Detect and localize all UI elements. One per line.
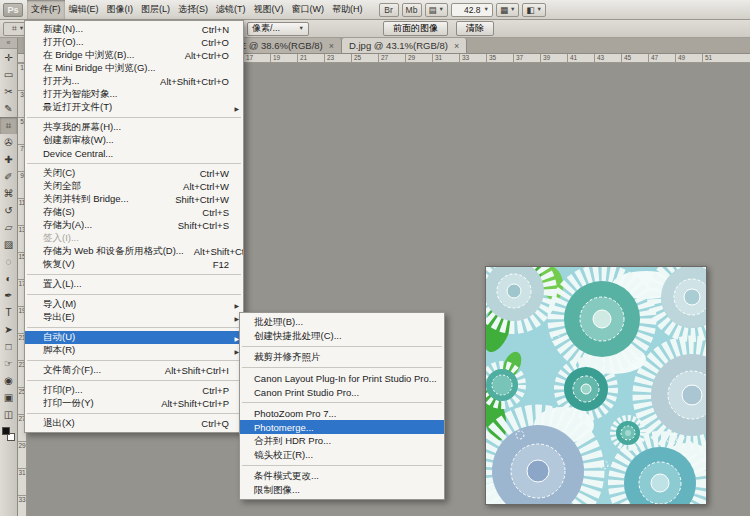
close-icon[interactable]: × bbox=[452, 41, 459, 51]
menu-item[interactable]: 置入(L)... bbox=[25, 278, 243, 291]
menu-item[interactable]: 打开为智能对象... bbox=[25, 88, 243, 101]
menu-item[interactable] bbox=[27, 117, 241, 118]
menu-item[interactable]: 打印(P)... Ctrl+P bbox=[25, 384, 243, 397]
menu-item[interactable]: 自动(U) bbox=[25, 331, 243, 344]
tool-button[interactable]: ◐ bbox=[0, 270, 17, 287]
menu-item[interactable]: 共享我的屏幕(H)... bbox=[25, 121, 243, 134]
menu-item[interactable]: 打开为... Alt+Shift+Ctrl+O bbox=[25, 75, 243, 88]
zoom-level-input[interactable]: 42.8 ▼ bbox=[451, 3, 493, 17]
menu-item[interactable] bbox=[27, 274, 241, 275]
tool-button[interactable]: ✂ bbox=[0, 83, 17, 100]
menu-item[interactable]: 恢复(V) F12 bbox=[25, 258, 243, 271]
resolution-unit-dropdown[interactable]: 像素/... ▼ bbox=[247, 22, 309, 36]
menu-item[interactable]: 新建(N)... Ctrl+N bbox=[25, 23, 243, 36]
color-swatches[interactable] bbox=[0, 425, 17, 445]
front-image-button[interactable]: 前面的图像 bbox=[383, 21, 448, 36]
menu-item[interactable]: 裁剪并修齐照片 bbox=[240, 350, 444, 364]
menu-item[interactable]: 在 Bridge 中浏览(B)... Alt+Ctrl+O bbox=[25, 49, 243, 62]
tool-button[interactable]: ◉ bbox=[0, 372, 17, 389]
tool-button[interactable]: □ bbox=[0, 338, 17, 355]
menu-item[interactable]: PhotoZoom Pro 7... bbox=[240, 406, 444, 420]
menu-item[interactable] bbox=[27, 163, 241, 164]
menu-item[interactable] bbox=[27, 413, 241, 414]
menubar-item[interactable]: 视图(V) bbox=[250, 0, 288, 19]
menu-item[interactable]: 导出(E) bbox=[25, 311, 243, 324]
menubar-item[interactable]: 选择(S) bbox=[174, 0, 212, 19]
menu-item[interactable]: Photomerge... bbox=[240, 420, 444, 434]
menu-bar: Ps 文件(F) 编辑(E) 图像(I) 图层(L) 选择(S) 滤镜(T) 视… bbox=[0, 0, 750, 20]
tool-button[interactable]: ⌘ bbox=[0, 185, 17, 202]
menu-item[interactable] bbox=[242, 465, 442, 466]
tool-icon: ✚ bbox=[4, 155, 12, 165]
menu-item[interactable]: 签入(I)... bbox=[25, 232, 243, 245]
menubar-item[interactable]: 图像(I) bbox=[103, 0, 138, 19]
menubar-item[interactable]: 滤镜(T) bbox=[212, 0, 250, 19]
menu-item[interactable] bbox=[242, 346, 442, 347]
close-icon[interactable]: × bbox=[327, 41, 334, 51]
menu-item[interactable]: 存储为(A)... Shift+Ctrl+S bbox=[25, 219, 243, 232]
foreground-color-swatch[interactable] bbox=[2, 427, 10, 435]
document-tab[interactable]: D.jpg @ 43.1%(RGB/8) × bbox=[342, 38, 467, 53]
menu-item[interactable]: 合并到 HDR Pro... bbox=[240, 434, 444, 448]
tool-button[interactable]: ▭ bbox=[0, 66, 17, 83]
menu-item[interactable]: 最近打开文件(T) bbox=[25, 101, 243, 114]
tool-button[interactable]: ✐ bbox=[0, 168, 17, 185]
tool-button[interactable]: ◌ bbox=[0, 253, 17, 270]
menu-item[interactable]: 关闭(C) Ctrl+W bbox=[25, 167, 243, 180]
tool-button[interactable]: ▣ bbox=[0, 389, 17, 406]
menu-item[interactable]: 脚本(R) bbox=[25, 344, 243, 357]
menu-item[interactable]: 存储(S) Ctrl+S bbox=[25, 206, 243, 219]
menu-item[interactable]: Canon Layout Plug-In for Print Studio Pr… bbox=[240, 371, 444, 385]
menu-item[interactable] bbox=[27, 327, 241, 328]
tool-button[interactable]: ↺ bbox=[0, 202, 17, 219]
panel-collapse-icon[interactable]: « bbox=[0, 38, 17, 49]
menu-item[interactable]: 关闭全部 Alt+Ctrl+W bbox=[25, 180, 243, 193]
menu-item[interactable]: 镜头校正(R)... bbox=[240, 448, 444, 462]
menu-item[interactable]: 导入(M) bbox=[25, 298, 243, 311]
tool-button[interactable]: ⌗ bbox=[0, 117, 17, 134]
menu-item[interactable]: 条件模式更改... bbox=[240, 469, 444, 483]
menu-item[interactable]: 创建新审核(W)... bbox=[25, 134, 243, 147]
tool-button[interactable]: ✒ bbox=[0, 287, 17, 304]
menu-item[interactable]: 打开(O)... Ctrl+O bbox=[25, 36, 243, 49]
menu-item[interactable]: 文件简介(F)... Alt+Shift+Ctrl+I bbox=[25, 364, 243, 377]
view-extras-dropdown[interactable]: ▤ ▼ bbox=[425, 3, 448, 17]
menu-item[interactable]: 打印一份(Y) Alt+Shift+Ctrl+P bbox=[25, 397, 243, 410]
tool-button[interactable]: ◫ bbox=[0, 406, 17, 423]
menu-item[interactable]: 创建快捷批处理(C)... bbox=[240, 329, 444, 343]
tool-button[interactable]: ➤ bbox=[0, 321, 17, 338]
menu-item[interactable]: 关闭并转到 Bridge... Shift+Ctrl+W bbox=[25, 193, 243, 206]
launch-bridge-button[interactable]: Br bbox=[379, 3, 399, 17]
menubar-item[interactable]: 图层(L) bbox=[137, 0, 174, 19]
document-canvas[interactable] bbox=[485, 266, 707, 505]
menu-item[interactable]: 限制图像... bbox=[240, 483, 444, 497]
menu-item[interactable] bbox=[27, 294, 241, 295]
tool-button[interactable]: ▨ bbox=[0, 236, 17, 253]
tool-button[interactable]: ▱ bbox=[0, 219, 17, 236]
menubar-item[interactable]: 窗口(W) bbox=[288, 0, 329, 19]
menu-item[interactable]: 退出(X) Ctrl+Q bbox=[25, 417, 243, 430]
tool-button[interactable]: T bbox=[0, 304, 17, 321]
screen-mode-dropdown[interactable]: ◧ ▼ bbox=[522, 3, 545, 17]
tool-button[interactable]: ✇ bbox=[0, 134, 17, 151]
tools-panel: « ✛ ▭ ✂ ✎ ⌗ ✇ ✚ ✐ ⌘ bbox=[0, 38, 18, 516]
menu-item[interactable]: Device Central... bbox=[25, 147, 243, 160]
menu-item[interactable] bbox=[27, 360, 241, 361]
tool-button[interactable]: ☞ bbox=[0, 355, 17, 372]
menubar-item[interactable]: 文件(F) bbox=[27, 0, 65, 19]
arrange-documents-dropdown[interactable]: ▦ ▼ bbox=[496, 3, 519, 17]
menubar-item[interactable]: 帮助(H) bbox=[328, 0, 367, 19]
menu-item[interactable] bbox=[242, 402, 442, 403]
menu-item[interactable]: 在 Mini Bridge 中浏览(G)... bbox=[25, 62, 243, 75]
menu-item[interactable]: Canon Print Studio Pro... bbox=[240, 385, 444, 399]
tool-button[interactable]: ✎ bbox=[0, 100, 17, 117]
tool-button[interactable]: ✚ bbox=[0, 151, 17, 168]
clear-button[interactable]: 清除 bbox=[456, 21, 494, 36]
menu-item[interactable]: 存储为 Web 和设备所用格式(D)... Alt+Shift+Ctrl+S bbox=[25, 245, 243, 258]
menu-item[interactable]: 批处理(B)... bbox=[240, 315, 444, 329]
menu-item[interactable] bbox=[242, 367, 442, 368]
tool-button[interactable]: ✛ bbox=[0, 49, 17, 66]
menubar-item[interactable]: 编辑(E) bbox=[65, 0, 103, 19]
menu-item[interactable] bbox=[27, 380, 241, 381]
launch-mini-bridge-button[interactable]: Mb bbox=[402, 3, 422, 17]
